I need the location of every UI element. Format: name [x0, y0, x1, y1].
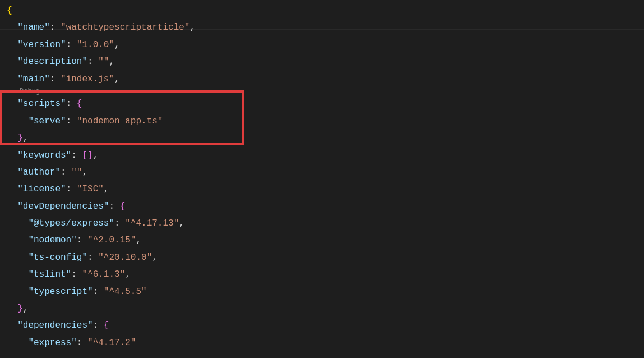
json-value: "^20.10.0": [98, 253, 152, 263]
json-key: "name": [17, 22, 50, 33]
code-line: "license": "ISC",: [7, 181, 644, 198]
json-value: "watchtypescriptarticle": [61, 22, 189, 33]
brace: {: [104, 320, 109, 331]
json-value: "": [71, 167, 82, 177]
brace: {: [7, 6, 12, 16]
json-key: "typescript": [28, 287, 92, 297]
brace: }: [17, 133, 23, 143]
code-line: "main": "index.js",: [7, 71, 644, 88]
bracket: [: [82, 150, 87, 160]
brace: {: [120, 201, 126, 212]
editor-code-area[interactable]: { "name": "watchtypescriptarticle", "ver…: [0, 0, 644, 351]
json-key: "dependencies": [17, 320, 92, 331]
json-key: "main": [17, 74, 50, 84]
code-line: "express": "^4.17.2": [7, 334, 644, 351]
json-key: "express": [28, 338, 76, 348]
json-key: "scripts": [17, 99, 66, 109]
code-line: "tslint": "^6.1.3",: [7, 266, 644, 283]
json-value: "nodemon app.ts": [77, 116, 163, 126]
brace: {: [77, 99, 82, 109]
json-key: "devDependencies": [17, 201, 109, 212]
code-line: "author": "",: [7, 164, 644, 181]
json-value: "^2.0.15": [87, 235, 136, 245]
json-key: "tslint": [28, 269, 71, 279]
bracket: ]: [87, 150, 93, 160]
json-key: "description": [17, 57, 87, 67]
code-line: "typescript": "^4.5.5": [7, 283, 644, 300]
json-key: "author": [17, 167, 61, 177]
json-value: "": [98, 57, 109, 67]
json-value: "index.js": [61, 74, 114, 84]
debug-code-lens[interactable]: ▷Debug: [7, 88, 644, 95]
code-line: "keywords": [],: [7, 147, 644, 164]
json-value: "ISC": [77, 184, 104, 194]
json-value: "^6.1.3": [82, 269, 125, 279]
json-key: "version": [17, 40, 66, 50]
json-key: "serve": [28, 116, 66, 126]
play-icon: ▷: [15, 89, 18, 95]
code-line: "name": "watchtypescriptarticle",: [7, 19, 644, 36]
code-line: },: [7, 300, 644, 317]
json-key: "ts-config": [28, 253, 87, 263]
json-value: "^4.17.13": [125, 218, 179, 228]
code-line: "@types/express": "^4.17.13",: [7, 215, 644, 232]
code-line: "version": "1.0.0",: [7, 36, 644, 53]
code-line: "scripts": {: [7, 95, 644, 112]
json-key: "keywords": [17, 150, 71, 160]
brace: }: [17, 304, 23, 314]
json-key: "nodemon": [28, 235, 76, 245]
code-line: "dependencies": {: [7, 317, 644, 334]
json-value: "^4.17.2": [87, 338, 136, 348]
code-line: "nodemon": "^2.0.15",: [7, 232, 644, 249]
json-value: "1.0.0": [77, 40, 114, 50]
json-value: "^4.5.5": [104, 287, 147, 297]
code-line: "serve": "nodemon app.ts": [7, 113, 644, 130]
code-line: },: [7, 130, 644, 146]
code-line: "ts-config": "^20.10.0",: [7, 249, 644, 266]
code-line: {: [7, 2, 644, 19]
json-key: "license": [17, 184, 66, 194]
json-key: "@types/express": [28, 218, 114, 228]
code-line: "description": "",: [7, 53, 644, 70]
code-line: "devDependencies": {: [7, 198, 644, 215]
